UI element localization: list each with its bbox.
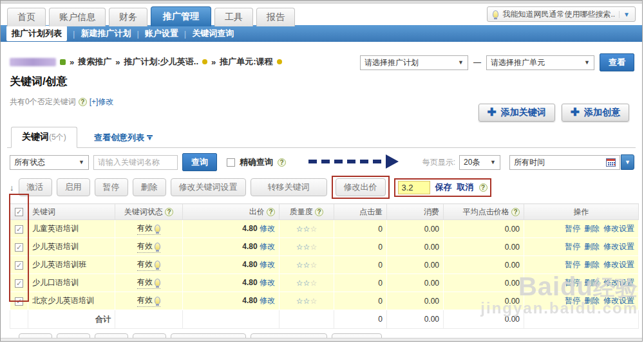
- row-modify-settings-link[interactable]: 修改设置: [603, 242, 634, 251]
- help-icon[interactable]: ?: [79, 98, 87, 106]
- breadcrumb-plan[interactable]: 推广计划:少儿英语..: [124, 56, 198, 68]
- help-tip-dropdown[interactable]: 我能知道网民通常使用哪些搜索.. ▼: [487, 6, 636, 22]
- view-button[interactable]: 查看: [600, 53, 634, 71]
- row-checkbox[interactable]: ✓: [15, 243, 23, 252]
- row-delete-link[interactable]: 删除: [584, 296, 600, 305]
- plan-select[interactable]: 请选择推广计划 ▼: [360, 55, 468, 70]
- add-creative-button[interactable]: ✚ 添加创意: [562, 104, 629, 122]
- chevron-down-icon[interactable]: ▼: [619, 11, 630, 18]
- help-icon[interactable]: ?: [165, 208, 173, 216]
- bid-value-input[interactable]: [398, 181, 430, 194]
- col-bid[interactable]: 出价 ?: [183, 204, 279, 220]
- help-icon[interactable]: ?: [511, 208, 520, 216]
- pause-button[interactable]: 暂停: [95, 178, 128, 196]
- per-page-select[interactable]: 20条 ▼: [459, 155, 500, 170]
- col-status[interactable]: 关键词状态 ?: [115, 204, 183, 220]
- tutorial-arrow: [308, 154, 399, 169]
- row-modify-settings-link[interactable]: 修改设置: [603, 260, 634, 269]
- subnav-new-plan[interactable]: 新建推广计划: [80, 28, 131, 39]
- keyword-search-input[interactable]: [93, 155, 178, 170]
- col-clicks[interactable]: 点击量: [334, 204, 387, 220]
- save-bid-link[interactable]: 保存: [435, 181, 452, 193]
- row-pause-link[interactable]: 暂停: [565, 278, 580, 287]
- col-keyword[interactable]: 关键词: [28, 204, 115, 220]
- modify-bid-link[interactable]: 修改: [260, 296, 275, 305]
- sort-down-icon[interactable]: ↓: [10, 183, 14, 192]
- tab-tools[interactable]: 工具: [214, 8, 253, 26]
- status-badge[interactable]: 有效: [137, 277, 160, 289]
- modify-bid-link[interactable]: 修改: [260, 224, 275, 233]
- row-modify-settings-link[interactable]: 修改设置: [603, 224, 634, 233]
- transfer-keyword-button[interactable]: 转移关键词: [251, 178, 327, 196]
- status-badge[interactable]: 有效: [137, 241, 160, 253]
- status-badge[interactable]: 有效: [137, 259, 160, 271]
- row-checkbox[interactable]: ✓: [15, 297, 23, 306]
- breadcrumb-unit[interactable]: 推广单元:课程: [220, 56, 272, 68]
- tab-report[interactable]: 报告: [256, 8, 295, 26]
- status-text: 有效: [137, 223, 153, 234]
- view-creative-list-link[interactable]: 查看创意列表 ▼: [94, 132, 153, 144]
- time-range-dropdown-button[interactable]: ▼: [621, 154, 634, 170]
- tab-home[interactable]: 首页: [7, 8, 46, 26]
- bid-value: 4.80: [242, 242, 257, 251]
- tab-keywords[interactable]: 关键词(5个): [11, 127, 77, 148]
- tab-promotion-management[interactable]: 推广管理: [151, 6, 211, 26]
- row-checkbox[interactable]: ✓: [15, 261, 23, 270]
- row-delete-link[interactable]: 删除: [584, 260, 600, 269]
- exact-search-checkbox[interactable]: [227, 158, 235, 167]
- total-row: 合计 0 0.00 0.00: [10, 310, 639, 329]
- lightbulb-icon: [155, 279, 160, 286]
- search-button[interactable]: 查询: [182, 153, 217, 171]
- status-badge[interactable]: 有效: [137, 295, 160, 307]
- subnav-account-settings[interactable]: 账户设置: [145, 28, 178, 39]
- modify-keyword-settings-button[interactable]: 修改关键词设置: [171, 178, 246, 196]
- row-checkbox[interactable]: ✓: [15, 225, 23, 234]
- row-checkbox[interactable]: ✓: [15, 279, 23, 288]
- col-avg-price[interactable]: 平均点击价格 ?: [444, 204, 524, 220]
- row-pause-link[interactable]: 暂停: [565, 242, 580, 251]
- modify-bid-button[interactable]: 修改出价: [336, 178, 386, 196]
- pagination-filters: 每页显示: 20条 ▼ 所有时间 ▼: [422, 154, 634, 170]
- status-filter-select[interactable]: 所有状态 ▼: [10, 155, 89, 170]
- help-icon[interactable]: ?: [315, 208, 323, 216]
- row-pause-link[interactable]: 暂停: [565, 260, 580, 269]
- help-icon[interactable]: ?: [278, 158, 286, 167]
- breadcrumb-search-promotion[interactable]: 搜索推广: [78, 56, 111, 68]
- cancel-bid-link[interactable]: 取消: [457, 181, 474, 193]
- help-icon[interactable]: ?: [267, 208, 275, 216]
- row-delete-link[interactable]: 删除: [584, 278, 600, 287]
- enable-button[interactable]: 启用: [57, 178, 90, 196]
- time-range-select[interactable]: 所有时间: [509, 155, 620, 170]
- add-keyword-button[interactable]: ✚ 添加关键词: [478, 104, 555, 122]
- row-modify-settings-link[interactable]: 修改设置: [603, 296, 634, 305]
- subnav-plan-list[interactable]: 推广计划列表: [6, 26, 67, 41]
- row-pause-link[interactable]: 暂停: [565, 224, 580, 233]
- page-title: 关键词/创意: [10, 74, 68, 89]
- status-badge[interactable]: 有效: [137, 223, 160, 235]
- help-icon[interactable]: ?: [479, 183, 488, 192]
- row-delete-link[interactable]: 删除: [584, 224, 600, 233]
- row-modify-settings-link[interactable]: 修改设置: [603, 278, 634, 287]
- delete-button[interactable]: 删除: [133, 178, 166, 196]
- table-row: ✓ 少儿英语培训班 有效 4.80 修改 ☆☆☆ 0 0.00 0.00 暂停删…: [10, 256, 639, 274]
- row-delete-link[interactable]: 删除: [584, 242, 600, 251]
- select-all-checkbox[interactable]: ✓: [15, 208, 23, 216]
- list-tab-strip: 关键词(5个) 查看创意列表 ▼: [7, 129, 636, 148]
- modify-bid-link[interactable]: 修改: [260, 260, 275, 269]
- col-cost[interactable]: 消费: [387, 204, 444, 220]
- modify-bid-link[interactable]: 修改: [260, 242, 275, 251]
- activate-button[interactable]: 激活: [19, 178, 52, 196]
- lightbulb-icon: [493, 10, 498, 18]
- keyword-cell: 少儿口语培训: [28, 274, 115, 292]
- subnav-keyword-query[interactable]: 关键词查询: [192, 28, 234, 39]
- breadcrumb-separator: »: [211, 57, 216, 67]
- modify-negative-link[interactable]: [+]修改: [90, 97, 114, 107]
- keywords-count: (5个): [49, 133, 66, 142]
- col-quality[interactable]: 质量度 ?: [279, 204, 334, 220]
- row-pause-link[interactable]: 暂停: [565, 296, 580, 305]
- tab-finance[interactable]: 财务: [109, 8, 147, 26]
- tab-account-info[interactable]: 账户信息: [49, 8, 106, 26]
- unit-select[interactable]: 请选择推广单元 ▼: [486, 55, 594, 70]
- modify-bid-link[interactable]: 修改: [260, 278, 275, 287]
- quality-stars: ☆☆☆: [296, 243, 317, 252]
